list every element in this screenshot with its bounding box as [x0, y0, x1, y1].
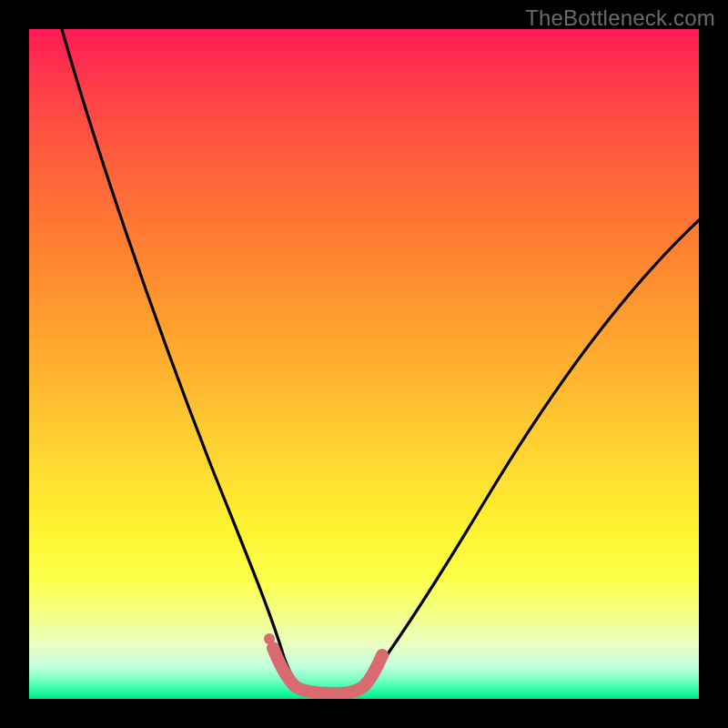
- valley-marker-dot: [264, 633, 275, 644]
- valley-marker: [273, 648, 382, 693]
- watermark-text: TheBottleneck.com: [525, 5, 715, 31]
- left-curve: [62, 29, 297, 684]
- chart-frame: TheBottleneck.com: [0, 0, 728, 728]
- plot-area: [29, 29, 699, 699]
- right-curve: [366, 220, 699, 684]
- chart-overlay: [29, 29, 699, 699]
